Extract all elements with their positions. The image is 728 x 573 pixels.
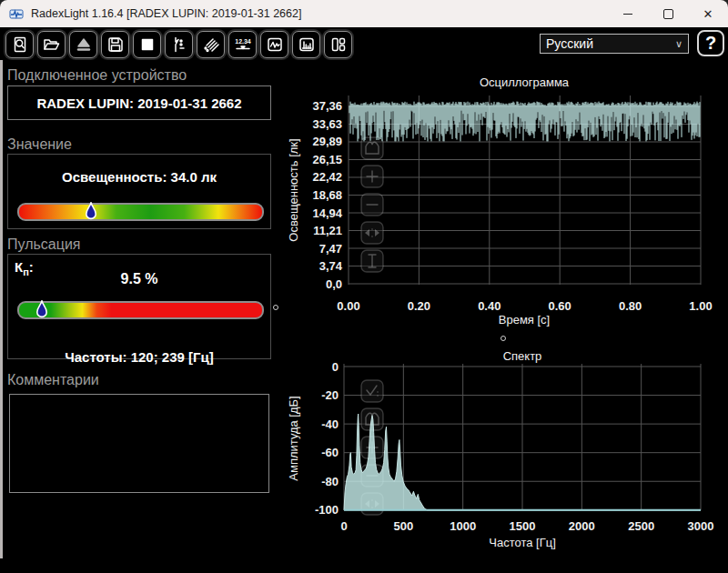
sweep-icon [203,36,219,53]
spec-ytick: -100 [315,503,339,517]
svg-text:12.34: 12.34 [235,38,251,45]
spec-ytick: -60 [321,446,339,459]
illuminance-marker [86,202,97,221]
stop-icon [139,36,156,53]
spec-xtick: 3000 [688,519,714,533]
eject-icon [76,36,92,53]
osc-ylabel: Освещенность [лк] [287,138,300,241]
spec-xtick: 0 [340,519,347,533]
save-icon [107,36,124,53]
titlebar: RadexLight 1.16.4 [RADEX LUPIN: 2019-01-… [0,0,728,27]
stop-button[interactable] [133,31,161,58]
open-folder-icon [43,36,60,53]
pulsation-section-header: Пульсация [7,236,80,253]
chart-zoom-in-button[interactable] [361,166,383,187]
osc-ytick: 26,15 [312,153,342,166]
device-name: RADEX LUPIN: 2019-01-31 2662 [36,96,241,111]
preview-button[interactable] [5,31,34,58]
osc-xtick: 0.80 [619,299,642,313]
close-button[interactable]: ✕ [688,0,728,27]
minimize-button[interactable] [608,0,648,27]
spec-xtick: 500 [393,519,413,533]
preview-icon [12,36,28,53]
illuminance-scale [17,203,264,221]
spectrum-icon [298,36,315,53]
value-section-header: Значение [7,136,72,153]
chart-check-button[interactable] [361,380,383,402]
chart-zoom-out-button[interactable] [361,194,383,216]
app-window: RadexLight 1.16.4 [RADEX LUPIN: 2019-01-… [0,0,728,573]
maximize-icon [663,9,673,19]
language-select[interactable]: Русский ∨ [540,34,689,54]
waveform-markers-icon [171,36,187,53]
spec-xtick: 2500 [628,519,654,533]
drop-icon [35,300,47,319]
spec-ytick: 0 [332,360,339,374]
comments-input[interactable] [9,394,269,493]
left-edge-strip [0,60,3,558]
sweep-button[interactable] [197,31,225,58]
oscillogram-icon [267,36,283,53]
spec-ylabel: Амплитуда [дБ] [287,396,300,480]
device-section-header: Подключенное устройство [7,67,187,84]
osc-xlabel: Время [с] [499,313,550,327]
eject-button[interactable] [69,31,97,58]
oscillogram-view-button[interactable] [260,31,288,58]
pulsation-scale [17,301,264,319]
help-button[interactable]: ? [697,30,724,56]
value-box: Освещенность: 34.0 лк [7,154,271,229]
spectrum-view-button[interactable] [292,31,320,58]
open-file-button[interactable] [37,31,66,58]
layout-icon [330,36,347,53]
digital-display-icon: 12.34 [234,36,252,53]
layout-button[interactable] [324,31,352,58]
spec-xtick: 1500 [510,519,536,533]
digital-display-button[interactable]: 12.34 [228,31,257,58]
osc-ytick: 0,0 [326,277,342,291]
osc-ytick: 3,74 [319,259,343,273]
minimize-icon [623,14,632,15]
splitter-grip-left[interactable] [273,305,278,310]
spec-xlabel: Частота [Гц] [489,536,556,549]
illuminance-reading: Освещенность: 34.0 лк [8,169,270,185]
osc-ytick: 33,63 [312,117,342,131]
spec-xtick: 2000 [569,519,595,533]
osc-ytick: 7,47 [319,242,342,256]
osc-ytick: 37,36 [312,99,342,113]
spec-ytick: -20 [321,388,339,402]
oscillogram-chart: 0.000.200.400.600.801.000,03,747,4711,21… [287,75,713,327]
pulsation-marker [35,300,47,319]
osc-ytick: 11,21 [313,224,342,237]
kp-value: 9.5 % [8,271,270,287]
charts-area[interactable]: 0.000.200.400.600.801.000,03,747,4711,21… [282,60,728,573]
main-content: Подключенное устройство RADEX LUPIN: 201… [0,60,728,573]
osc-xtick: 0.40 [478,299,500,313]
chart-envelope-button[interactable] [361,137,383,159]
osc-ytick: 22,42 [312,170,342,184]
window-title: RadexLight 1.16.4 [RADEX LUPIN: 2019-01-… [31,7,608,20]
osc-ytick: 14,94 [312,206,342,220]
osc-xtick: 0.20 [408,299,430,313]
osc-ytick: 18,68 [312,188,342,202]
device-name-box: RADEX LUPIN: 2019-01-31 2662 [7,85,271,120]
oscillogram-waveform [349,102,700,142]
spec-ytick: -80 [321,475,339,488]
comments-section-header: Комментарии [7,372,99,388]
spectrum-chart: 0500100015002000250030000-20-40-60-80-10… [287,349,713,549]
record-settings-button[interactable] [165,31,193,58]
pulsation-box: Кп: 9.5 % Частоты: 120; 239 [Гц] [7,254,271,359]
chart-fit-height-button[interactable] [361,250,383,272]
drop-icon [86,202,97,221]
spec-ytick: -40 [321,417,339,431]
osc-xtick: 1.00 [689,299,712,313]
spec-xtick: 1000 [450,519,476,533]
chevron-down-icon: ∨ [675,38,682,50]
osc-title: Осциллограмма [480,75,570,89]
chart-fit-width-button[interactable] [361,222,383,244]
frequencies-text: Частоты: 120; 239 [Гц] [8,349,270,365]
maximize-button[interactable] [648,0,688,27]
osc-xtick: 0.00 [337,299,359,313]
app-icon [9,6,24,21]
save-button[interactable] [101,31,129,58]
osc-xtick: 0.60 [549,299,571,313]
